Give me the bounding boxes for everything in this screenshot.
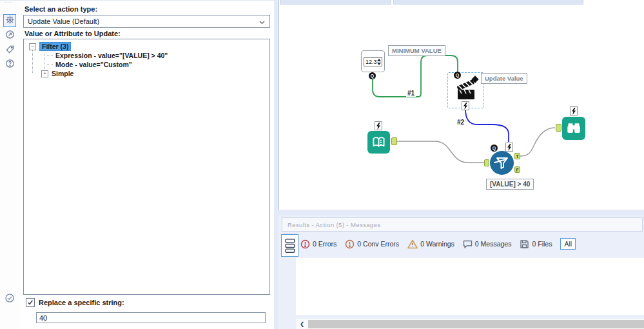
numeric-updown-spinbox[interactable]: 12.3 xyxy=(364,57,382,66)
filter-input-bolt-anchor[interactable] xyxy=(505,143,513,152)
file-save-icon xyxy=(520,239,529,249)
tree-connector xyxy=(47,65,53,65)
filter-input-anchor[interactable] xyxy=(484,159,489,166)
browse-bolt-anchor[interactable] xyxy=(570,106,578,115)
tree-guide-line xyxy=(32,50,33,73)
connection-label-2[interactable]: #2 xyxy=(456,119,465,126)
tree-node-mode[interactable]: Mode - value="Custom" xyxy=(55,61,132,68)
errors-count-label: 0 Errors xyxy=(313,240,337,248)
check-circle-icon xyxy=(5,293,15,306)
connection-wire-filter-to-browse xyxy=(520,128,555,156)
warnings-count-label: 0 Warnings xyxy=(420,240,454,248)
messages-count-label: 0 Messages xyxy=(475,240,512,248)
q-port-letter: Q xyxy=(371,74,374,78)
question-anchor[interactable]: Q xyxy=(491,145,498,152)
conv-errors-count-label: 0 Conv Errors xyxy=(357,240,399,248)
f-port-letter: F xyxy=(516,168,519,172)
results-counters-row: 0 Errors 0 Conv Errors 0 Warnings 0 Mess… xyxy=(300,236,576,252)
messages-counter[interactable]: 0 Messages xyxy=(463,239,512,249)
filter-all-label: All xyxy=(564,240,572,248)
tree-row-expression[interactable]: Expression - value="[VALUE] > 40" xyxy=(47,52,168,59)
connection-label-1[interactable]: #1 xyxy=(406,90,416,97)
t-port-letter: T xyxy=(516,154,519,159)
tree-row-simple[interactable]: + Simple xyxy=(41,70,73,77)
results-panel: Results - Action (5) - Messages ····· 0 … xyxy=(278,215,644,329)
lightning-bolt-icon xyxy=(463,103,468,110)
panel-splitter-vertical[interactable] xyxy=(274,0,278,329)
action-type-label: Select an action type: xyxy=(24,5,97,13)
browse-tool[interactable] xyxy=(562,117,585,140)
binoculars-icon xyxy=(565,119,583,137)
filter-tool[interactable] xyxy=(490,151,514,175)
navigation-button[interactable] xyxy=(3,29,16,42)
open-book-icon xyxy=(370,134,387,151)
q-port-letter: Q xyxy=(493,146,496,150)
tree-row-filter[interactable]: − Filter (3) xyxy=(29,42,71,51)
annotation-filter-expression[interactable]: [VALUE] > 40 xyxy=(486,179,534,190)
results-horizontal-scrollbar[interactable]: ❮ xyxy=(296,319,644,329)
messages-view-button[interactable] xyxy=(281,234,298,257)
replace-string-row: Replace a specific string: xyxy=(26,298,124,307)
sidebar-drag-handle[interactable]: ··· xyxy=(5,0,12,5)
message-bubble-icon xyxy=(463,239,473,249)
lightning-bolt-icon xyxy=(376,123,381,130)
action-configuration-panel: Select an action type: Update Value (Def… xyxy=(19,0,274,329)
browse-input-anchor[interactable] xyxy=(556,124,561,132)
question-mark-icon xyxy=(5,59,15,71)
tree-node-expression[interactable]: Expression - value="[VALUE] > 40" xyxy=(55,52,168,59)
textinput-bolt-anchor[interactable] xyxy=(375,121,382,130)
funnel-icon xyxy=(493,154,512,173)
help-button[interactable] xyxy=(3,58,16,71)
numeric-updown-tool[interactable]: 12.3 xyxy=(361,50,385,72)
textinput-output-anchor[interactable] xyxy=(391,137,397,145)
tree-row-mode[interactable]: Mode - value="Custom" xyxy=(47,61,132,68)
collapse-icon[interactable]: − xyxy=(29,43,36,50)
scroll-left-arrow[interactable]: ❮ xyxy=(296,321,308,327)
scrollbar-thumb[interactable] xyxy=(308,320,644,328)
question-anchor[interactable]: Q xyxy=(369,72,376,79)
q-port-letter: Q xyxy=(456,73,459,77)
action-type-dropdown[interactable]: Update Value (Default) xyxy=(23,15,270,28)
results-header: Results - Action (5) - Messages xyxy=(282,217,643,232)
action-output-bolt-anchor[interactable] xyxy=(462,101,469,110)
config-sidebar: ··· xyxy=(0,0,19,329)
tree-connector xyxy=(47,55,53,56)
filter-all-button[interactable]: All xyxy=(560,238,576,250)
conv-error-circle-icon xyxy=(345,239,355,249)
attribute-to-update-label: Value or Attribute to Update: xyxy=(24,30,121,37)
replace-string-label: Replace a specific string: xyxy=(39,299,124,306)
apply-check-button[interactable] xyxy=(3,293,16,306)
lightning-bolt-icon xyxy=(571,108,576,115)
navigation-arrow-icon xyxy=(5,30,15,42)
text-input-tool[interactable] xyxy=(367,131,390,154)
alteryx-designer-window: { "sidebar": { "icons": ["settings-gear"… xyxy=(0,0,644,329)
replace-string-input[interactable] xyxy=(36,312,266,323)
connection-wire-gray-input-to-filter xyxy=(397,141,484,163)
error-circle-icon xyxy=(300,239,310,249)
files-count-label: 0 Files xyxy=(532,240,552,248)
attribute-tree: − Filter (3) Expression - value="[VALUE]… xyxy=(23,39,270,295)
errors-counter[interactable]: 0 Errors xyxy=(300,239,337,249)
results-title: Results - Action (5) - Messages xyxy=(282,221,380,228)
results-splitter-horizontal[interactable] xyxy=(278,210,644,215)
replace-string-checkbox[interactable] xyxy=(26,298,35,307)
filter-false-output-anchor[interactable]: F xyxy=(514,166,520,173)
tree-node-simple[interactable]: Simple xyxy=(52,70,73,77)
conv-errors-counter[interactable]: 0 Conv Errors xyxy=(345,239,399,249)
expand-icon[interactable]: + xyxy=(41,70,48,77)
warnings-counter[interactable]: 0 Warnings xyxy=(407,239,454,249)
annotation-minimum-value[interactable]: MINIMUM VALUE xyxy=(388,45,445,56)
files-counter[interactable]: 0 Files xyxy=(520,239,552,249)
annotation-button[interactable] xyxy=(3,44,16,57)
warning-triangle-icon xyxy=(407,239,418,249)
action-type-selected-value: Update Value (Default) xyxy=(24,17,259,25)
question-anchor[interactable]: Q xyxy=(454,72,461,79)
tree-node-filter[interactable]: Filter (3) xyxy=(39,42,71,51)
configuration-gear-button[interactable] xyxy=(3,14,16,27)
results-content-area xyxy=(296,258,644,315)
tag-icon xyxy=(5,45,15,57)
spinner-arrows-icon[interactable] xyxy=(377,59,382,65)
filter-true-output-anchor[interactable]: T xyxy=(514,153,520,159)
chevron-down-icon xyxy=(259,15,269,27)
annotation-update-value[interactable]: Update Value xyxy=(481,73,527,84)
